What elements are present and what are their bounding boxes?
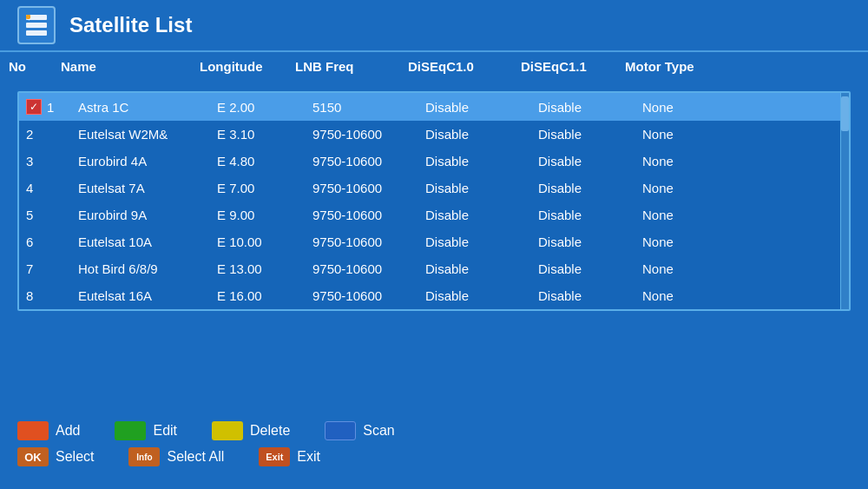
row-diseqc2: Disable — [538, 100, 642, 115]
row-lnb: 9750-10600 — [312, 235, 425, 249]
row-diseqc2: Disable — [538, 235, 642, 249]
row-name: Eutelsat 10A — [78, 235, 217, 249]
edit-label: Edit — [153, 423, 177, 439]
header: ✓ Satellite List — [0, 0, 868, 52]
app-icon: ✓ — [17, 6, 56, 44]
scrollbar-thumb[interactable] — [841, 96, 849, 131]
row-lnb: 9750-10600 — [312, 208, 425, 222]
table-row[interactable]: 2Eutelsat W2M&E 3.109750-10600DisableDis… — [19, 121, 840, 148]
row-lnb: 9750-10600 — [312, 127, 425, 142]
row-diseqc1: Disable — [425, 261, 538, 276]
table-row[interactable]: 5Eurobird 9AE 9.009750-10600DisableDisab… — [19, 202, 840, 228]
row-no: 5 — [26, 208, 78, 222]
row-lnb: 9750-10600 — [312, 288, 425, 303]
row-longitude: E 16.00 — [217, 288, 312, 303]
row-no: 8 — [26, 288, 78, 303]
select-all-button-item[interactable]: Info Select All — [128, 447, 224, 466]
row-no: 4 — [26, 181, 78, 195]
row-motor: None — [642, 208, 755, 222]
col-header-diseqc1: DiSEqC1.0 — [408, 59, 521, 74]
bottom-controls: Add Edit Delete Scan OK Select Info Sele… — [17, 421, 851, 473]
svg-text:✓: ✓ — [28, 17, 31, 22]
row-name: Eutelsat 7A — [78, 181, 217, 195]
row-name: Eutelsat 16A — [78, 288, 217, 303]
info-button-color: Info — [128, 447, 160, 466]
table-row[interactable]: 6Eutelsat 10AE 10.009750-10600DisableDis… — [19, 228, 840, 255]
row-name: Eurobird 9A — [78, 208, 217, 222]
row-no: 3 — [26, 154, 78, 169]
col-header-no: No — [9, 59, 61, 74]
button-row-1: Add Edit Delete Scan — [17, 421, 851, 440]
row-lnb: 9750-10600 — [312, 261, 425, 276]
scrollbar[interactable] — [840, 93, 849, 309]
edit-button-item[interactable]: Edit — [115, 421, 177, 440]
row-motor: None — [642, 235, 755, 249]
row-name: Hot Bird 6/8/9 — [78, 261, 217, 276]
row-no: ✓1 — [26, 99, 78, 115]
row-no: 2 — [26, 127, 78, 142]
row-longitude: E 9.00 — [217, 208, 312, 222]
row-longitude: E 7.00 — [217, 181, 312, 195]
row-checkbox[interactable]: ✓ — [26, 99, 42, 115]
row-no: 7 — [26, 261, 78, 276]
col-header-name: Name — [61, 59, 200, 74]
delete-button-color — [212, 421, 243, 440]
scan-button-item[interactable]: Scan — [325, 421, 394, 440]
row-diseqc1: Disable — [425, 181, 538, 195]
add-button-color — [17, 421, 49, 440]
row-motor: None — [642, 154, 755, 169]
row-longitude: E 2.00 — [217, 100, 312, 115]
row-diseqc2: Disable — [538, 154, 642, 169]
row-longitude: E 10.00 — [217, 235, 312, 249]
select-button-item[interactable]: OK Select — [17, 447, 94, 466]
edit-button-color — [115, 421, 146, 440]
row-longitude: E 13.00 — [217, 261, 312, 276]
col-header-motor: Motor Type — [625, 59, 738, 74]
table-row[interactable]: 8Eutelsat 16AE 16.009750-10600DisableDis… — [19, 282, 840, 309]
row-motor: None — [642, 181, 755, 195]
scan-button-color — [325, 421, 356, 440]
row-name: Eutelsat W2M& — [78, 127, 217, 142]
row-motor: None — [642, 261, 755, 276]
select-label: Select — [56, 449, 94, 465]
row-name: Astra 1C — [78, 100, 217, 115]
delete-button-item[interactable]: Delete — [212, 421, 290, 440]
col-header-lnb: LNB Freq — [295, 59, 408, 74]
svg-rect-2 — [26, 30, 47, 36]
add-label: Add — [56, 423, 80, 439]
exit-label: Exit — [297, 449, 320, 465]
scan-label: Scan — [363, 423, 394, 439]
row-diseqc1: Disable — [425, 154, 538, 169]
row-lnb: 9750-10600 — [312, 181, 425, 195]
satellite-rows: ✓1Astra 1CE 2.005150DisableDisableNone2E… — [19, 93, 840, 309]
row-diseqc2: Disable — [538, 127, 642, 142]
ok-button-color: OK — [17, 447, 49, 466]
exit-button-color: Exit — [259, 447, 290, 466]
row-diseqc2: Disable — [538, 208, 642, 222]
row-name: Eurobird 4A — [78, 154, 217, 169]
row-diseqc1: Disable — [425, 288, 538, 303]
row-longitude: E 3.10 — [217, 127, 312, 142]
table-row[interactable]: 3Eurobird 4AE 4.809750-10600DisableDisab… — [19, 148, 840, 175]
col-header-longitude: Longitude — [200, 59, 295, 74]
button-row-2: OK Select Info Select All Exit Exit — [17, 447, 851, 466]
col-header-diseqc2: DiSEqC1.1 — [521, 59, 625, 74]
row-motor: None — [642, 127, 755, 142]
select-all-label: Select All — [167, 449, 224, 465]
exit-button-item[interactable]: Exit Exit — [259, 447, 320, 466]
row-diseqc2: Disable — [538, 181, 642, 195]
row-diseqc1: Disable — [425, 208, 538, 222]
table-row[interactable]: 4Eutelsat 7AE 7.009750-10600DisableDisab… — [19, 175, 840, 202]
row-lnb: 5150 — [312, 100, 425, 115]
svg-rect-1 — [26, 23, 47, 28]
row-longitude: E 4.80 — [217, 154, 312, 169]
table-row[interactable]: 7Hot Bird 6/8/9E 13.009750-10600DisableD… — [19, 255, 840, 282]
page-title: Satellite List — [69, 13, 192, 37]
row-diseqc1: Disable — [425, 127, 538, 142]
table-row[interactable]: ✓1Astra 1CE 2.005150DisableDisableNone — [19, 93, 840, 121]
row-diseqc1: Disable — [425, 235, 538, 249]
column-headers: No Name Longitude LNB Freq DiSEqC1.0 DiS… — [0, 52, 868, 81]
row-motor: None — [642, 100, 755, 115]
row-no: 6 — [26, 235, 78, 249]
add-button-item[interactable]: Add — [17, 421, 80, 440]
